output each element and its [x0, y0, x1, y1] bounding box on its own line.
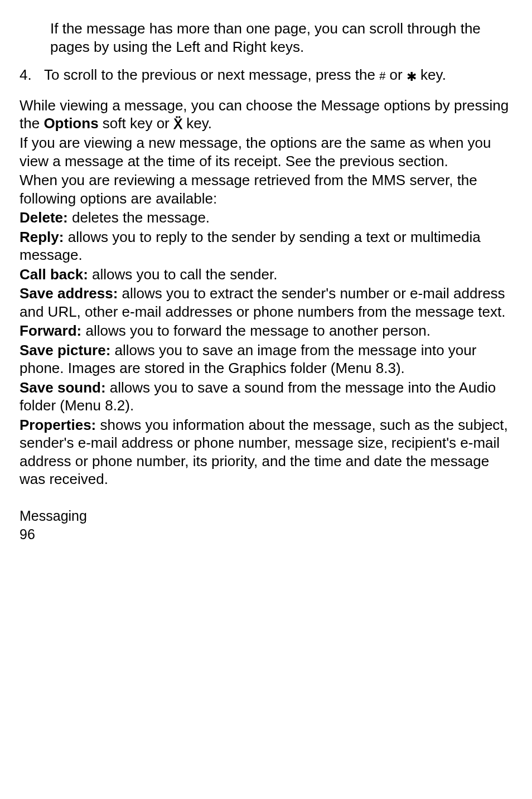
step-text-a: To scroll to the previous or next messag…: [44, 66, 379, 83]
option-save-picture-label: Save picture:: [20, 342, 110, 359]
step-text-b: or: [385, 66, 407, 83]
option-reply-label: Reply:: [20, 229, 64, 245]
step-number: 4.: [20, 66, 44, 84]
option-save-sound-label: Save sound:: [20, 379, 106, 396]
option-properties-label: Properties:: [20, 417, 96, 433]
p1-b: soft key or: [99, 115, 173, 132]
paragraph-new-message: If you are viewing a new message, the op…: [20, 134, 512, 170]
intro-indent-paragraph: If the message has more than one page, y…: [20, 20, 512, 56]
p1-c: key.: [182, 115, 212, 132]
option-delete-text: deletes the message.: [68, 209, 210, 226]
option-reply-text: allows you to reply to the sender by sen…: [20, 229, 481, 264]
star-key-icon: ✱: [407, 70, 417, 84]
step-body: To scroll to the previous or next messag…: [44, 66, 512, 84]
footer-section-title: Messaging: [20, 507, 512, 525]
step-4-item: 4. To scroll to the previous or next mes…: [20, 66, 512, 84]
option-callback-label: Call back:: [20, 266, 88, 283]
option-save-address-label: Save address:: [20, 285, 118, 302]
option-callback: Call back: allows you to call the sender…: [20, 265, 512, 284]
option-callback-text: allows you to call the sender.: [88, 266, 278, 283]
option-reply: Reply: allows you to reply to the sender…: [20, 228, 512, 264]
option-delete: Delete: deletes the message.: [20, 209, 512, 227]
paragraph-retrieved: When you are reviewing a message retriev…: [20, 171, 512, 207]
option-properties: Properties: shows you information about …: [20, 416, 512, 488]
option-save-picture: Save picture: allows you to save an imag…: [20, 341, 512, 377]
step-text-c: key.: [417, 66, 446, 83]
option-forward-label: Forward:: [20, 322, 81, 339]
option-forward-text: allows you to forward the message to ano…: [81, 322, 431, 339]
menu-key-icon: Ẍ: [173, 117, 182, 132]
option-forward: Forward: allows you to forward the messa…: [20, 322, 512, 340]
option-save-address: Save address: allows you to extract the …: [20, 284, 512, 321]
options-softkey-label: Options: [43, 115, 98, 132]
page-number: 96: [20, 526, 512, 543]
hash-key-icon: #: [379, 70, 385, 82]
option-delete-label: Delete:: [20, 209, 68, 226]
paragraph-options: While viewing a message, you can choose …: [20, 96, 512, 133]
option-save-sound: Save sound: allows you to save a sound f…: [20, 379, 512, 415]
